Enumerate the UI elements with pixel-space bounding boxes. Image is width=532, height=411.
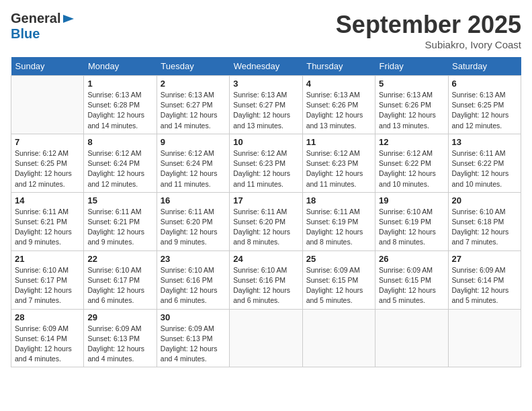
calendar-week-2: 7Sunrise: 6:12 AM Sunset: 6:25 PM Daylig…: [11, 134, 521, 192]
day-info: Sunrise: 6:12 AM Sunset: 6:23 PM Dayligh…: [233, 148, 298, 189]
calendar-cell: 14Sunrise: 6:11 AM Sunset: 6:21 PM Dayli…: [11, 192, 84, 250]
weekday-header-row: SundayMondayTuesdayWednesdayThursdayFrid…: [11, 57, 521, 76]
day-number: 14: [15, 195, 80, 205]
calendar-cell: 27Sunrise: 6:09 AM Sunset: 6:14 PM Dayli…: [448, 250, 521, 309]
calendar-cell: [230, 309, 302, 367]
location-text: Subiakro, Ivory Coast: [336, 39, 521, 50]
calendar-cell: 13Sunrise: 6:11 AM Sunset: 6:22 PM Dayli…: [448, 134, 521, 192]
calendar-cell: 2Sunrise: 6:13 AM Sunset: 6:27 PM Daylig…: [157, 76, 229, 134]
calendar-week-4: 21Sunrise: 6:10 AM Sunset: 6:17 PM Dayli…: [11, 250, 521, 309]
day-number: 13: [452, 137, 517, 147]
logo: General Blue: [11, 11, 75, 42]
month-title: September 2025: [336, 11, 521, 39]
calendar-week-5: 28Sunrise: 6:09 AM Sunset: 6:14 PM Dayli…: [11, 309, 521, 367]
weekday-header-monday: Monday: [84, 57, 157, 76]
day-number: 29: [87, 312, 152, 322]
calendar-cell: 3Sunrise: 6:13 AM Sunset: 6:27 PM Daylig…: [230, 76, 302, 134]
day-info: Sunrise: 6:09 AM Sunset: 6:14 PM Dayligh…: [452, 265, 517, 306]
day-number: 25: [306, 254, 371, 264]
calendar-cell: 15Sunrise: 6:11 AM Sunset: 6:21 PM Dayli…: [84, 192, 157, 250]
calendar-cell: 23Sunrise: 6:10 AM Sunset: 6:16 PM Dayli…: [157, 250, 229, 309]
title-block: September 2025 Subiakro, Ivory Coast: [336, 11, 521, 50]
day-info: Sunrise: 6:09 AM Sunset: 6:13 PM Dayligh…: [87, 324, 152, 365]
day-info: Sunrise: 6:12 AM Sunset: 6:24 PM Dayligh…: [87, 148, 152, 189]
day-info: Sunrise: 6:13 AM Sunset: 6:25 PM Dayligh…: [452, 90, 517, 131]
day-number: 9: [161, 137, 226, 147]
day-info: Sunrise: 6:13 AM Sunset: 6:28 PM Dayligh…: [87, 90, 152, 131]
calendar-table: SundayMondayTuesdayWednesdayThursdayFrid…: [11, 57, 521, 367]
day-number: 2: [161, 79, 226, 89]
calendar-cell: 19Sunrise: 6:10 AM Sunset: 6:19 PM Dayli…: [375, 192, 448, 250]
day-number: 20: [452, 195, 517, 205]
day-info: Sunrise: 6:09 AM Sunset: 6:13 PM Dayligh…: [161, 324, 226, 365]
calendar-cell: [448, 309, 521, 367]
svg-marker-0: [63, 15, 74, 23]
day-number: 24: [233, 254, 298, 264]
weekday-header-tuesday: Tuesday: [157, 57, 229, 76]
day-info: Sunrise: 6:09 AM Sunset: 6:15 PM Dayligh…: [379, 265, 444, 306]
logo-arrow-icon: [62, 12, 75, 26]
day-info: Sunrise: 6:11 AM Sunset: 6:19 PM Dayligh…: [306, 207, 371, 248]
calendar-cell: 26Sunrise: 6:09 AM Sunset: 6:15 PM Dayli…: [375, 250, 448, 309]
weekday-header-wednesday: Wednesday: [230, 57, 302, 76]
day-info: Sunrise: 6:12 AM Sunset: 6:25 PM Dayligh…: [15, 148, 80, 189]
day-number: 22: [87, 254, 152, 264]
day-number: 15: [87, 195, 152, 205]
day-number: 7: [15, 137, 80, 147]
day-info: Sunrise: 6:13 AM Sunset: 6:27 PM Dayligh…: [161, 90, 226, 131]
day-number: 19: [379, 195, 444, 205]
calendar-cell: 20Sunrise: 6:10 AM Sunset: 6:18 PM Dayli…: [448, 192, 521, 250]
day-info: Sunrise: 6:10 AM Sunset: 6:16 PM Dayligh…: [233, 265, 298, 306]
calendar-cell: 25Sunrise: 6:09 AM Sunset: 6:15 PM Dayli…: [302, 250, 375, 309]
day-number: 18: [306, 195, 371, 205]
weekday-header-saturday: Saturday: [448, 57, 521, 76]
day-info: Sunrise: 6:10 AM Sunset: 6:17 PM Dayligh…: [15, 265, 80, 306]
day-info: Sunrise: 6:11 AM Sunset: 6:20 PM Dayligh…: [233, 207, 298, 248]
day-info: Sunrise: 6:11 AM Sunset: 6:22 PM Dayligh…: [452, 148, 517, 189]
day-info: Sunrise: 6:12 AM Sunset: 6:23 PM Dayligh…: [306, 148, 371, 189]
logo-general-text: General: [11, 11, 60, 26]
calendar-cell: 29Sunrise: 6:09 AM Sunset: 6:13 PM Dayli…: [84, 309, 157, 367]
day-info: Sunrise: 6:12 AM Sunset: 6:22 PM Dayligh…: [379, 148, 444, 189]
calendar-cell: 5Sunrise: 6:13 AM Sunset: 6:26 PM Daylig…: [375, 76, 448, 134]
calendar-cell: 30Sunrise: 6:09 AM Sunset: 6:13 PM Dayli…: [157, 309, 229, 367]
day-number: 17: [233, 195, 298, 205]
day-info: Sunrise: 6:09 AM Sunset: 6:14 PM Dayligh…: [15, 324, 80, 365]
day-number: 26: [379, 254, 444, 264]
calendar-cell: 22Sunrise: 6:10 AM Sunset: 6:17 PM Dayli…: [84, 250, 157, 309]
weekday-header-friday: Friday: [375, 57, 448, 76]
page-header: General Blue September 2025 Subiakro, Iv…: [11, 11, 521, 50]
calendar-week-1: 1Sunrise: 6:13 AM Sunset: 6:28 PM Daylig…: [11, 76, 521, 134]
day-info: Sunrise: 6:13 AM Sunset: 6:26 PM Dayligh…: [306, 90, 371, 131]
day-info: Sunrise: 6:11 AM Sunset: 6:21 PM Dayligh…: [15, 207, 80, 248]
calendar-cell: 6Sunrise: 6:13 AM Sunset: 6:25 PM Daylig…: [448, 76, 521, 134]
day-info: Sunrise: 6:13 AM Sunset: 6:26 PM Dayligh…: [379, 90, 444, 131]
day-number: 30: [161, 312, 226, 322]
day-info: Sunrise: 6:10 AM Sunset: 6:16 PM Dayligh…: [161, 265, 226, 306]
calendar-cell: 16Sunrise: 6:11 AM Sunset: 6:20 PM Dayli…: [157, 192, 229, 250]
calendar-cell: 7Sunrise: 6:12 AM Sunset: 6:25 PM Daylig…: [11, 134, 84, 192]
day-info: Sunrise: 6:11 AM Sunset: 6:21 PM Dayligh…: [87, 207, 152, 248]
day-number: 10: [233, 137, 298, 147]
calendar-cell: 18Sunrise: 6:11 AM Sunset: 6:19 PM Dayli…: [302, 192, 375, 250]
calendar-cell: 28Sunrise: 6:09 AM Sunset: 6:14 PM Dayli…: [11, 309, 84, 367]
day-number: 21: [15, 254, 80, 264]
day-info: Sunrise: 6:12 AM Sunset: 6:24 PM Dayligh…: [161, 148, 226, 189]
day-info: Sunrise: 6:10 AM Sunset: 6:17 PM Dayligh…: [87, 265, 152, 306]
calendar-cell: 17Sunrise: 6:11 AM Sunset: 6:20 PM Dayli…: [230, 192, 302, 250]
calendar-cell: 24Sunrise: 6:10 AM Sunset: 6:16 PM Dayli…: [230, 250, 302, 309]
day-number: 5: [379, 79, 444, 89]
calendar-cell: 10Sunrise: 6:12 AM Sunset: 6:23 PM Dayli…: [230, 134, 302, 192]
day-number: 1: [87, 79, 152, 89]
day-number: 6: [452, 79, 517, 89]
calendar-cell: [302, 309, 375, 367]
calendar-cell: 1Sunrise: 6:13 AM Sunset: 6:28 PM Daylig…: [84, 76, 157, 134]
day-info: Sunrise: 6:10 AM Sunset: 6:18 PM Dayligh…: [452, 207, 517, 248]
calendar-cell: [375, 309, 448, 367]
day-number: 28: [15, 312, 80, 322]
calendar-week-3: 14Sunrise: 6:11 AM Sunset: 6:21 PM Dayli…: [11, 192, 521, 250]
day-number: 8: [87, 137, 152, 147]
calendar-cell: 9Sunrise: 6:12 AM Sunset: 6:24 PM Daylig…: [157, 134, 229, 192]
logo-blue-text: Blue: [11, 26, 40, 42]
day-info: Sunrise: 6:10 AM Sunset: 6:19 PM Dayligh…: [379, 207, 444, 248]
